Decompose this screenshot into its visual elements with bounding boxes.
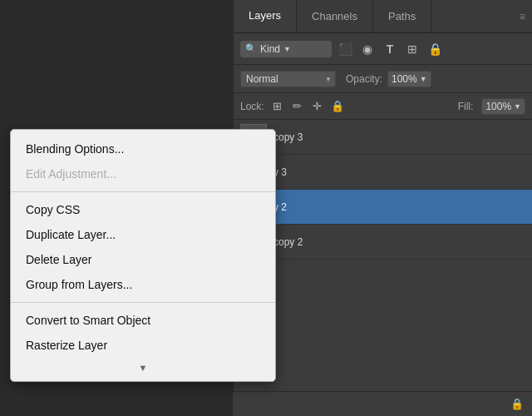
menu-divider-1	[11, 191, 275, 192]
menu-item-convert-smart-object[interactable]: Convert to Smart Object	[11, 308, 275, 333]
layer-name: copy 3	[273, 131, 525, 143]
lock-all-icon[interactable]: 🔒	[329, 98, 346, 115]
toolbar-row: 🔍 Kind ▼ ⬛ ◉ T ⊞ 🔒	[234, 33, 532, 65]
menu-item-edit-adjustment: Edit Adjustment...	[11, 161, 275, 186]
menu-item-blending-options[interactable]: Blending Options...	[11, 136, 275, 161]
tab-paths[interactable]: Paths	[373, 0, 431, 32]
opacity-box[interactable]: 100% ▼	[387, 71, 431, 87]
lock-pixels-icon[interactable]: ⊞	[269, 98, 286, 115]
panel-close-icon[interactable]: ≡	[520, 11, 525, 22]
lock-row: Lock: ⊞ ✏ ✛ 🔒 Fill: 100% ▼	[234, 93, 532, 120]
fill-value: 100%	[485, 101, 511, 112]
kind-transform-icon[interactable]: ⊞	[403, 40, 421, 58]
fill-label: Fill:	[458, 101, 474, 112]
menu-item-group-from-layers[interactable]: Group from Layers...	[11, 272, 275, 297]
kind-image-icon[interactable]: ⬛	[336, 40, 354, 58]
kind-lock-icon[interactable]: 🔒	[426, 40, 444, 58]
list-item[interactable]: copy 2	[234, 225, 532, 260]
panel-bottom-bar: 🔒	[233, 391, 532, 416]
menu-item-delete-layer[interactable]: Delete Layer	[11, 247, 275, 272]
list-item[interactable]: y 2	[234, 190, 532, 225]
layer-name: y 2	[273, 201, 525, 213]
opacity-label: Opacity:	[346, 73, 382, 85]
menu-section-3: Convert to Smart Object Rasterize Layer	[11, 306, 275, 359]
layer-name: copy 2	[273, 236, 525, 248]
fill-arrow: ▼	[514, 102, 521, 111]
lock-label: Lock:	[240, 101, 264, 112]
fill-box[interactable]: 100% ▼	[481, 98, 525, 115]
menu-scroll-indicator: ▼	[11, 359, 275, 376]
bottom-lock-icon: 🔒	[510, 398, 524, 410]
list-item[interactable]: y 3	[234, 155, 532, 190]
menu-divider-2	[11, 302, 275, 303]
menu-section-1: Blending Options... Edit Adjustment...	[11, 135, 275, 188]
menu-item-duplicate-layer[interactable]: Duplicate Layer...	[11, 222, 275, 247]
layer-name: y 3	[273, 166, 525, 178]
blend-mode-row: Normal Multiply Screen Overlay Opacity: …	[234, 65, 532, 93]
kind-circle-icon[interactable]: ◉	[358, 40, 377, 58]
layer-list: copy 3 y 3 y 2 copy 2	[234, 120, 532, 260]
opacity-arrow: ▼	[420, 75, 427, 83]
tab-bar: Layers Channels Paths ≡	[234, 0, 532, 33]
context-menu: Blending Options... Edit Adjustment... C…	[10, 129, 276, 382]
lock-icons: ⊞ ✏ ✛ 🔒	[269, 98, 346, 115]
tab-channels[interactable]: Channels	[297, 0, 373, 32]
menu-item-copy-css[interactable]: Copy CSS	[11, 197, 275, 222]
opacity-value: 100%	[392, 73, 417, 85]
tab-layers[interactable]: Layers	[234, 0, 297, 32]
menu-section-2: Copy CSS Duplicate Layer... Delete Layer…	[11, 196, 275, 299]
lock-move-icon[interactable]: ✛	[309, 98, 326, 115]
search-kind-label: Kind	[260, 43, 280, 55]
search-icon: 🔍	[245, 43, 257, 54]
blend-mode-select[interactable]: Normal Multiply Screen Overlay	[240, 71, 336, 87]
menu-item-rasterize-layer[interactable]: Rasterize Layer	[11, 333, 275, 358]
search-box[interactable]: 🔍 Kind ▼	[240, 41, 332, 57]
search-dropdown-arrow: ▼	[283, 45, 291, 53]
blend-mode-wrapper[interactable]: Normal Multiply Screen Overlay	[240, 71, 336, 87]
lock-brush-icon[interactable]: ✏	[289, 98, 306, 115]
kind-text-icon[interactable]: T	[381, 40, 399, 58]
list-item[interactable]: copy 3	[234, 120, 532, 155]
layers-panel: Layers Channels Paths ≡ 🔍 Kind ▼ ⬛ ◉ T ⊞…	[233, 0, 532, 416]
